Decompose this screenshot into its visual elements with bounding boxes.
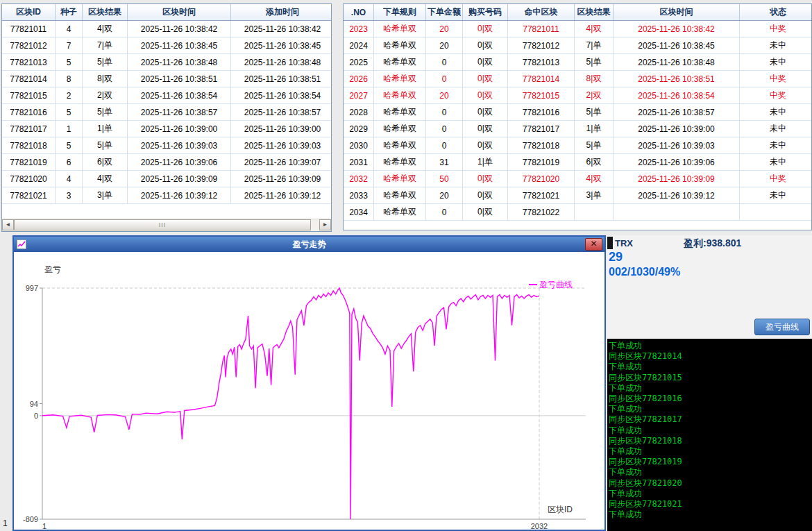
horizontal-scrollbar[interactable]: ◄ III ► xyxy=(2,219,331,231)
cell: 4 xyxy=(56,171,83,187)
table-row[interactable]: 7782101855|单2025-11-26 10:39:032025-11-2… xyxy=(2,137,332,154)
cell: 20 xyxy=(426,87,463,104)
cell: 2025-11-26 10:38:54 xyxy=(614,87,740,104)
cell: 中奖 xyxy=(740,71,812,87)
cell: 哈希单双 xyxy=(374,37,426,54)
table-row[interactable]: 7782101355|单2025-11-26 10:38:482025-11-2… xyxy=(2,54,332,71)
cell: 2025 xyxy=(344,54,374,71)
cell: 0|双 xyxy=(463,104,508,121)
scrollbar-thumb[interactable]: III xyxy=(14,219,311,230)
profit-value: 盈利:938.801 xyxy=(684,237,741,250)
cell: 77821021 xyxy=(508,187,575,204)
table-row[interactable]: 7782101966|双2025-11-26 10:39:062025-11-2… xyxy=(2,154,332,171)
chart-area: 997940-80912032盈亏区块ID盈亏曲线 xyxy=(14,252,604,530)
profit-curve-button[interactable]: 盈亏曲线 xyxy=(754,319,810,335)
cell xyxy=(614,204,740,221)
table-row[interactable]: 7782101655|单2025-11-26 10:38:572025-11-2… xyxy=(2,104,332,121)
table-row[interactable]: 7782101488|双2025-11-26 10:38:512025-11-2… xyxy=(2,71,332,87)
table-row[interactable]: 7782101522|双2025-11-26 10:38:542025-11-2… xyxy=(2,87,332,104)
cell: 2025-11-26 10:38:54 xyxy=(128,87,231,104)
column-header[interactable]: .NO xyxy=(344,4,374,21)
cell: 50 xyxy=(426,171,463,187)
table-row[interactable]: 2027哈希单双200|双778210152|双2025-11-26 10:38… xyxy=(344,87,812,104)
column-header[interactable]: 区块时间 xyxy=(128,4,231,21)
cell: 0 xyxy=(426,121,463,137)
cell: 0|双 xyxy=(463,137,508,154)
cell: 哈希单双 xyxy=(374,204,426,221)
table-row[interactable]: 7782101144|双2025-11-26 10:38:422025-11-2… xyxy=(2,21,332,37)
cell: 未中 xyxy=(740,104,812,121)
table-row[interactable]: 7782101711|单2025-11-26 10:39:002025-11-2… xyxy=(2,121,332,137)
cell: 20 xyxy=(426,21,463,37)
y-tick-label: 0 xyxy=(34,412,38,420)
table-row[interactable]: 2031哈希单双311|单778210196|双2025-11-26 10:39… xyxy=(344,154,812,171)
cell: 5|单 xyxy=(575,54,614,71)
cell: 0|双 xyxy=(463,21,508,37)
cell: 20 xyxy=(426,37,463,54)
table-row[interactable]: 2023哈希单双200|双778210114|双2025-11-26 10:38… xyxy=(344,21,812,37)
cell: 哈希单双 xyxy=(374,104,426,121)
table-row[interactable]: 2032哈希单双500|双778210204|双2025-11-26 10:39… xyxy=(344,171,812,187)
account-info: TRX 盈利:938.801 29 002/1030/49% 盈亏曲线 xyxy=(607,235,812,339)
column-header[interactable]: 购买号码 xyxy=(463,4,508,21)
log-line: 下单成功 xyxy=(609,467,812,478)
cell: 2031 xyxy=(344,154,374,171)
cell: 2025-11-26 10:38:42 xyxy=(614,21,740,37)
column-header[interactable]: 下单规则 xyxy=(374,4,426,21)
cell: 77821017 xyxy=(2,121,56,137)
log-line: 下单成功 xyxy=(609,341,812,351)
column-header[interactable]: 添加时间 xyxy=(231,4,332,21)
y-tick-label: 94 xyxy=(30,400,38,408)
column-header[interactable]: 种子 xyxy=(56,4,83,21)
column-header[interactable]: 区块结果 xyxy=(83,4,128,21)
cell: 2025-11-26 10:39:12 xyxy=(614,187,740,204)
cell: 未中 xyxy=(740,54,812,71)
scroll-left-button[interactable]: ◄ xyxy=(2,219,14,230)
log-console[interactable]: 下单成功同步区块77821014下单成功同步区块77821015下单成功同步区块… xyxy=(607,339,812,531)
column-header[interactable]: 区块结果 xyxy=(575,4,614,21)
cell: 哈希单双 xyxy=(374,137,426,154)
table-row[interactable]: 2026哈希单双00|双778210148|双2025-11-26 10:38:… xyxy=(344,71,812,87)
cell: 未中 xyxy=(740,154,812,171)
cell: 5|单 xyxy=(575,137,614,154)
column-header[interactable]: 区块时间 xyxy=(614,4,740,21)
stat-line-1: 29 xyxy=(609,250,623,264)
cell: 哈希单双 xyxy=(374,54,426,71)
cell: 0 xyxy=(426,104,463,121)
cell: 2023 xyxy=(344,21,374,37)
table-row[interactable]: 2029哈希单双00|双778210171|单2025-11-26 10:39:… xyxy=(344,121,812,137)
table-row[interactable]: 7782101277|单2025-11-26 10:38:452025-11-2… xyxy=(2,37,332,54)
table-row[interactable]: 2030哈希单双00|双778210185|单2025-11-26 10:39:… xyxy=(344,137,812,154)
table-row[interactable]: 7782102133|单2025-11-26 10:39:122025-11-2… xyxy=(2,187,332,204)
table-row[interactable]: 2024哈希单双200|双778210127|单2025-11-26 10:38… xyxy=(344,37,812,54)
cell: 0|双 xyxy=(463,204,508,221)
cell: 31 xyxy=(426,154,463,171)
table-row[interactable]: 7782102044|双2025-11-26 10:39:092025-11-2… xyxy=(2,171,332,187)
cell: 7 xyxy=(56,37,83,54)
table-row[interactable]: 2028哈希单双00|双778210165|单2025-11-26 10:38:… xyxy=(344,104,812,121)
window-title: 盈亏走势 xyxy=(14,237,604,252)
column-header[interactable]: 状态 xyxy=(740,4,812,21)
log-line: 同步区块77821018 xyxy=(609,436,812,446)
table-row[interactable]: 2025哈希单双00|双778210135|单2025-11-26 10:38:… xyxy=(344,54,812,71)
cell: 2025-11-26 10:38:51 xyxy=(231,71,332,87)
scroll-right-button[interactable]: ► xyxy=(319,219,331,230)
window-titlebar[interactable]: 盈亏走势 ✕ xyxy=(14,237,604,252)
log-line: 下单成功 xyxy=(609,404,812,414)
cell: 0 xyxy=(426,137,463,154)
column-header[interactable]: 区块ID xyxy=(2,4,56,21)
cell: 2027 xyxy=(344,87,374,104)
cell: 中奖 xyxy=(740,171,812,187)
cell: 哈希单双 xyxy=(374,121,426,137)
cell: 6 xyxy=(56,154,83,171)
cell: 77821015 xyxy=(508,87,575,104)
close-button[interactable]: ✕ xyxy=(585,238,602,251)
cell: 0|双 xyxy=(463,54,508,71)
column-header[interactable]: 命中区块 xyxy=(508,4,575,21)
table-row[interactable]: 2034哈希单双00|双77821022 xyxy=(344,204,812,221)
cell: 7|单 xyxy=(83,37,128,54)
column-header[interactable]: 下单金额 xyxy=(426,4,463,21)
cell: 未中 xyxy=(740,121,812,137)
profit-chart: 997940-80912032盈亏区块ID盈亏曲线 xyxy=(14,252,604,531)
table-row[interactable]: 2033哈希单双200|双778210213|单2025-11-26 10:39… xyxy=(344,187,812,204)
